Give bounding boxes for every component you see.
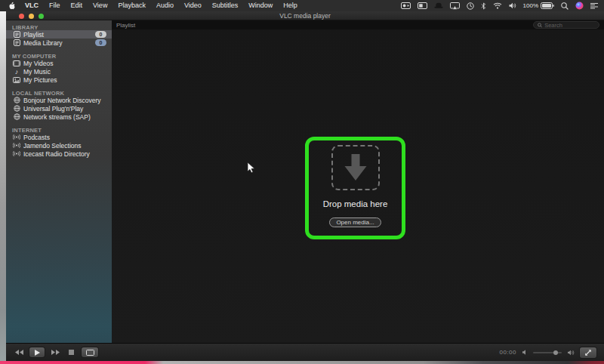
search-field[interactable] [533, 21, 599, 29]
background-timeline-edge [0, 361, 604, 364]
mouse-cursor [247, 162, 256, 174]
sidebar-item-network-streams[interactable]: Network streams (SAP) [6, 113, 112, 121]
sidebar-item-media-library[interactable]: Media Library 0 [6, 39, 112, 47]
menu-playback[interactable]: Playback [112, 0, 151, 11]
menu-file[interactable]: File [44, 0, 66, 11]
volume-slider-knob[interactable] [553, 350, 558, 355]
section-header: LIBRARY [6, 23, 112, 30]
menu-help[interactable]: Help [278, 0, 303, 11]
open-media-button[interactable]: Open media... [329, 217, 381, 227]
media-library-icon [13, 39, 20, 46]
sidebar-section-local-network: LOCAL NETWORK Bonjour Network Discovery … [6, 89, 112, 121]
section-header: MY COMPUTER [6, 52, 112, 59]
menu-window[interactable]: Window [243, 0, 278, 11]
drop-media-label: Drop media here [323, 199, 388, 208]
playlist-header-title: Playlist [116, 22, 135, 29]
broadcast-icon [13, 142, 20, 149]
broadcast-icon [13, 134, 20, 140]
sidebar-item-label: My Pictures [23, 76, 57, 84]
play-button[interactable] [29, 347, 45, 357]
menu-edit[interactable]: Edit [66, 0, 88, 11]
sidebar-item-label: Media Library [23, 39, 63, 47]
sidebar-item-label: My Videos [23, 60, 54, 67]
volume-slider[interactable] [533, 352, 562, 353]
previous-button[interactable] [14, 350, 24, 355]
display-icon[interactable] [418, 2, 427, 9]
globe-icon [13, 97, 20, 103]
playlist-header-bar: Playlist [112, 20, 604, 29]
apple-menu-icon[interactable] [5, 2, 20, 10]
section-header: LOCAL NETWORK [6, 89, 112, 96]
menu-video[interactable]: Video [179, 0, 207, 11]
sidebar-item-my-videos[interactable]: My Videos [6, 59, 112, 67]
globe-icon [13, 113, 20, 120]
time-display: 00:00 [499, 349, 516, 356]
playlist-icon [13, 31, 20, 38]
playlist-count-badge: 0 [95, 31, 106, 38]
menu-vlc[interactable]: VLC [20, 0, 44, 11]
siri-icon[interactable] [575, 2, 584, 10]
section-header: INTERNET [6, 126, 112, 133]
hat-menulet-icon[interactable] [434, 2, 443, 9]
playlist-content-area: Drop media here Open media... [112, 29, 604, 343]
media-library-count-badge: 0 [95, 39, 106, 46]
sidebar-item-label: Icecast Radio Directory [23, 150, 90, 158]
battery-icon [541, 2, 554, 9]
sidebar-item-my-pictures[interactable]: My Pictures [6, 76, 112, 84]
globe-icon [13, 105, 20, 112]
volume-high-icon[interactable] [567, 350, 575, 356]
sidebar-item-bonjour[interactable]: Bonjour Network Discovery [6, 96, 112, 104]
window-title-bar[interactable]: VLC media player [6, 11, 604, 20]
sidebar-section-internet: INTERNET Podcasts Jamendo Selections Ice… [6, 126, 112, 158]
broadcast-icon [13, 150, 20, 157]
stop-button[interactable] [66, 350, 76, 355]
music-icon: ♪ [13, 68, 20, 76]
sidebar-section-my-computer: MY COMPUTER My Videos ♪ My Music My Pict… [6, 52, 112, 84]
sidebar-item-my-music[interactable]: ♪ My Music [6, 67, 112, 76]
sidebar-item-label: Network streams (SAP) [23, 113, 91, 121]
search-input[interactable] [544, 22, 595, 29]
volume-icon[interactable] [509, 2, 516, 9]
volume-low-icon[interactable] [522, 350, 528, 355]
sidebar-section-library: LIBRARY Playlist 0 Media Library 0 [6, 23, 112, 47]
next-button[interactable] [50, 350, 60, 355]
sidebar-item-label: Universal Plug'n'Play [23, 105, 83, 113]
window-title: VLC media player [6, 12, 604, 20]
menu-view[interactable]: View [88, 0, 112, 11]
spotlight-icon[interactable] [561, 2, 569, 10]
annotation-highlight-box: Drop media here Open media... [305, 137, 405, 239]
time-machine-icon[interactable] [467, 2, 474, 10]
sidebar-item-icecast[interactable]: Icecast Radio Directory [6, 150, 112, 158]
pictures-icon [13, 77, 20, 83]
airplay-icon[interactable] [450, 2, 460, 10]
playback-control-bar: 00:00 [6, 343, 604, 361]
menu-subtitles[interactable]: Subtitles [207, 0, 244, 11]
menu-bar-status-area: 100% [401, 2, 604, 10]
sidebar-item-label: Bonjour Network Discovery [23, 97, 101, 104]
screen-record-icon[interactable] [401, 2, 411, 9]
menu-bar: VLC File Edit View Playback Audio Video … [0, 0, 604, 11]
sidebar-item-playlist[interactable]: Playlist 0 [6, 30, 112, 39]
desktop: VLC File Edit View Playback Audio Video … [0, 0, 604, 364]
download-arrow-icon [344, 154, 367, 181]
menu-audio[interactable]: Audio [151, 0, 179, 11]
sidebar-item-label: Jamendo Selections [23, 142, 82, 150]
notification-center-icon[interactable] [590, 2, 598, 9]
sidebar-item-upnp[interactable]: Universal Plug'n'Play [6, 104, 112, 113]
sidebar-item-label: My Music [23, 68, 51, 76]
background-window-edge [0, 11, 6, 364]
sidebar-item-label: Playlist [23, 31, 44, 39]
sidebar-item-podcasts[interactable]: Podcasts [6, 133, 112, 141]
wifi-icon[interactable] [493, 2, 502, 9]
battery-percent: 100% [523, 2, 538, 9]
sidebar-item-jamendo[interactable]: Jamendo Selections [6, 141, 112, 150]
search-icon [538, 23, 542, 28]
playlist-toggle-button[interactable] [82, 347, 98, 357]
sidebar: LIBRARY Playlist 0 Media Library 0 MY CO… [6, 20, 112, 343]
fullscreen-button[interactable] [580, 347, 596, 358]
bluetooth-icon[interactable] [481, 2, 486, 10]
sidebar-item-label: Podcasts [23, 134, 50, 141]
drop-media-target[interactable] [331, 145, 380, 190]
battery-indicator[interactable]: 100% [523, 2, 554, 9]
videos-icon [13, 60, 20, 66]
